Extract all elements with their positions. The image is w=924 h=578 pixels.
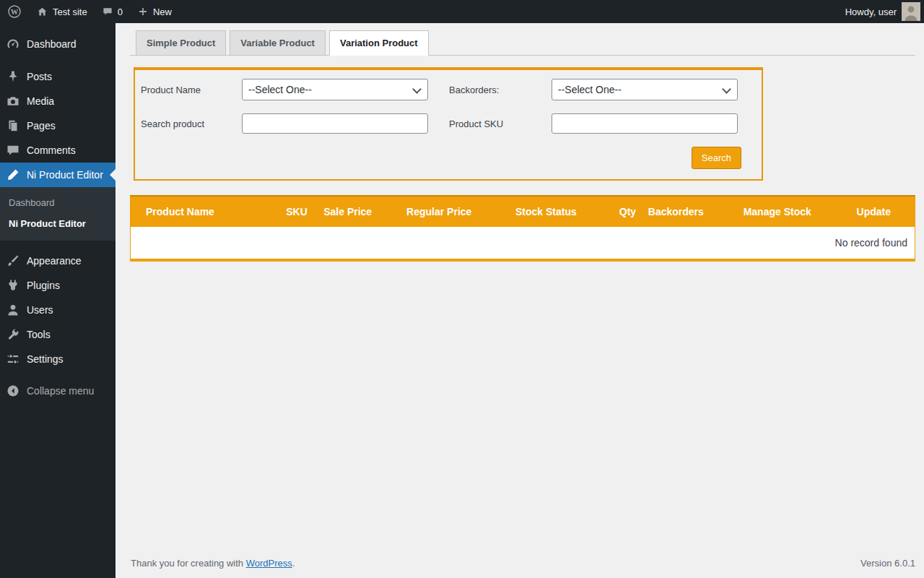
admin-bar: W Test site 0 New Howdy, user	[0, 0, 924, 23]
admin-footer: Thank you for creating with WordPress. V…	[116, 551, 924, 578]
sidebar-item-posts[interactable]: Posts	[0, 64, 116, 89]
product-sku-label: Product SKU	[448, 118, 552, 129]
backorders-select-wrap: --Select One--	[552, 79, 738, 100]
tab-simple-product[interactable]: Simple Product	[136, 30, 226, 56]
submenu-item-ni-product-editor[interactable]: Ni Product Editor	[0, 213, 116, 234]
comments-indicator[interactable]: 0	[95, 0, 130, 23]
product-sku-input[interactable]	[552, 113, 738, 134]
wordpress-logo-icon: W	[7, 4, 22, 19]
col-stock-status: Stock Status	[510, 196, 614, 227]
home-icon	[36, 6, 48, 18]
collapse-menu-label: Collapse menu	[27, 385, 94, 397]
sidebar-item-comments[interactable]: Comments	[0, 138, 116, 163]
camera-icon	[6, 94, 20, 108]
wrench-icon	[6, 327, 20, 342]
pages-icon	[6, 118, 20, 133]
content-area: Simple Product Variable Product Variatio…	[116, 0, 924, 578]
tab-variable-product[interactable]: Variable Product	[230, 30, 326, 56]
search-button[interactable]: Search	[692, 147, 741, 169]
sidebar-item-label: Pages	[27, 120, 56, 131]
table-row: No record found	[131, 227, 915, 260]
search-product-input[interactable]	[242, 113, 428, 134]
admin-sidebar: Dashboard Posts Media Pages Comments Ni …	[0, 23, 116, 578]
backorders-select[interactable]: --Select One--	[552, 79, 738, 100]
comment-bubble-icon	[102, 6, 113, 17]
sidebar-item-label: Settings	[27, 353, 64, 365]
product-name-select-wrap: --Select One--	[242, 79, 428, 100]
col-sale-price: Sale Price	[318, 196, 401, 227]
sidebar-item-label: Appearance	[27, 255, 82, 267]
sidebar-item-dashboard[interactable]: Dashboard	[0, 32, 116, 56]
dashboard-icon	[6, 37, 20, 51]
search-filter-panel: Product Name --Select One-- Backorders: …	[134, 67, 763, 181]
site-name-link[interactable]: Test site	[29, 0, 95, 23]
col-sku: SKU	[280, 196, 318, 227]
col-qty: Qty	[614, 196, 642, 227]
col-regular-price: Regular Price	[401, 196, 510, 227]
collapse-menu-button[interactable]: Collapse menu	[0, 379, 116, 403]
backorders-label: Backorders:	[448, 85, 552, 95]
sidebar-item-ni-product-editor[interactable]: Ni Product Editor	[0, 163, 116, 187]
sidebar-item-label: Users	[27, 304, 53, 316]
svg-text:W: W	[11, 8, 19, 16]
col-backorders: Backorders	[642, 196, 738, 227]
tab-variation-product[interactable]: Variation Product	[329, 30, 429, 56]
submenu-item-dashboard[interactable]: Dashboard	[0, 192, 116, 213]
menu-separator	[0, 241, 116, 249]
pencil-icon	[6, 168, 20, 182]
col-manage-stock: Manage Stock	[738, 196, 851, 227]
main-panel: Simple Product Variable Product Variatio…	[116, 23, 924, 551]
speech-bubble-icon	[6, 143, 20, 158]
footer-version: Version 6.0.1	[860, 558, 915, 569]
sidebar-item-users[interactable]: Users	[0, 298, 116, 322]
howdy-text[interactable]: Howdy, user	[845, 7, 897, 17]
empty-message: No record found	[131, 227, 915, 260]
site-name-label: Test site	[53, 7, 87, 17]
menu-separator	[0, 56, 116, 64]
sliders-icon	[6, 352, 20, 366]
footer-thanks: Thank you for creating with WordPress.	[131, 558, 295, 569]
footer-period: .	[292, 558, 295, 569]
sidebar-item-label: Media	[27, 95, 54, 107]
search-button-row: Search	[139, 147, 741, 169]
product-name-select[interactable]: --Select One--	[242, 79, 428, 100]
sidebar-item-label: Plugins	[27, 280, 60, 291]
sidebar-item-label: Ni Product Editor	[27, 169, 103, 181]
plus-icon	[137, 6, 149, 17]
sidebar-item-settings[interactable]: Settings	[0, 347, 116, 371]
paintbrush-icon	[6, 254, 20, 268]
new-label: New	[153, 7, 172, 17]
sidebar-item-label: Tools	[27, 329, 51, 340]
search-product-label: Search product	[139, 118, 242, 129]
product-name-label: Product Name	[139, 85, 242, 95]
wp-logo-button[interactable]: W	[0, 0, 29, 23]
col-update: Update	[851, 196, 915, 227]
table-header-row: Product Name SKU Sale Price Regular Pric…	[131, 196, 915, 227]
col-product-name: Product Name	[131, 196, 281, 227]
sidebar-item-label: Dashboard	[27, 38, 77, 50]
products-table: Product Name SKU Sale Price Regular Pric…	[130, 195, 915, 262]
sidebar-item-label: Comments	[27, 144, 76, 156]
filter-row-selects: Product Name --Select One-- Backorders: …	[139, 79, 741, 100]
filter-row-inputs: Search product Product SKU	[139, 113, 741, 134]
pushpin-icon	[6, 69, 20, 84]
ni-product-editor-submenu: Dashboard Ni Product Editor	[0, 187, 116, 241]
sidebar-item-tools[interactable]: Tools	[0, 322, 116, 347]
person-icon	[6, 303, 20, 317]
plug-icon	[6, 278, 20, 293]
sidebar-item-label: Posts	[27, 71, 52, 82]
sidebar-item-plugins[interactable]: Plugins	[0, 273, 116, 298]
collapse-arrow-icon	[6, 384, 20, 398]
sidebar-item-pages[interactable]: Pages	[0, 113, 116, 138]
wordpress-link[interactable]: WordPress	[246, 558, 292, 569]
footer-thanks-text: Thank you for creating with	[131, 558, 243, 569]
comments-count: 0	[118, 7, 123, 17]
sidebar-item-appearance[interactable]: Appearance	[0, 249, 116, 273]
sidebar-item-media[interactable]: Media	[0, 89, 116, 113]
product-type-tabs: Simple Product Variable Product Variatio…	[130, 30, 915, 56]
avatar[interactable]	[902, 2, 920, 21]
new-content-button[interactable]: New	[130, 0, 179, 23]
